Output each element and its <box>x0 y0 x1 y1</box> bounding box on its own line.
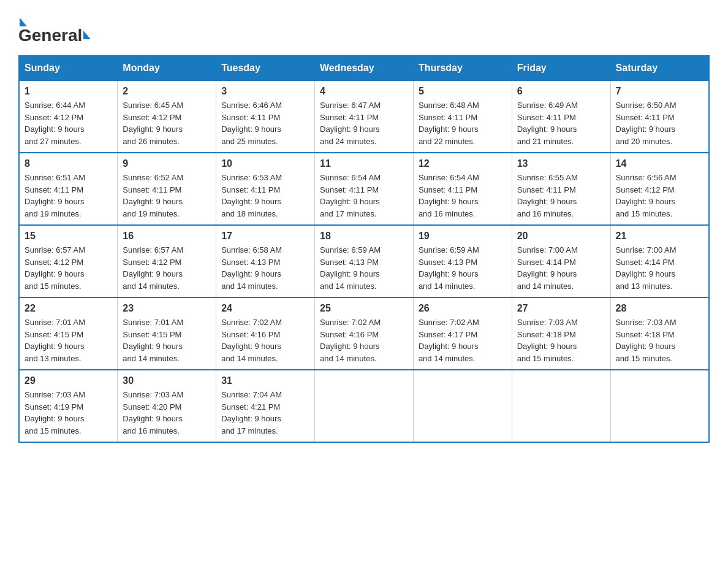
day-info: Sunrise: 7:00 AM Sunset: 4:14 PM Dayligh… <box>616 245 677 291</box>
day-info: Sunrise: 6:56 AM Sunset: 4:12 PM Dayligh… <box>616 173 677 218</box>
calendar-cell: 16 Sunrise: 6:57 AM Sunset: 4:12 PM Dayl… <box>118 225 216 297</box>
calendar-cell <box>610 370 709 442</box>
day-number: 23 <box>123 303 211 314</box>
day-number: 16 <box>123 231 211 242</box>
day-info: Sunrise: 6:51 AM Sunset: 4:11 PM Dayligh… <box>25 173 85 218</box>
weekday-header-friday: Friday <box>512 56 610 80</box>
day-info: Sunrise: 6:57 AM Sunset: 4:12 PM Dayligh… <box>25 245 85 291</box>
calendar-cell: 4 Sunrise: 6:47 AM Sunset: 4:11 PM Dayli… <box>315 80 414 153</box>
page-header: General <box>18 12 710 43</box>
day-info: Sunrise: 7:02 AM Sunset: 4:16 PM Dayligh… <box>320 318 381 363</box>
day-info: Sunrise: 6:57 AM Sunset: 4:12 PM Dayligh… <box>123 245 183 291</box>
day-info: Sunrise: 6:46 AM Sunset: 4:11 PM Dayligh… <box>221 101 282 146</box>
day-number: 14 <box>616 158 703 169</box>
calendar-cell: 31 Sunrise: 7:04 AM Sunset: 4:21 PM Dayl… <box>216 370 315 442</box>
weekday-header-row: SundayMondayTuesdayWednesdayThursdayFrid… <box>19 56 709 80</box>
day-number: 29 <box>25 375 112 386</box>
calendar-cell: 29 Sunrise: 7:03 AM Sunset: 4:19 PM Dayl… <box>19 370 118 442</box>
calendar-cell <box>315 370 414 442</box>
day-number: 4 <box>320 86 408 97</box>
day-info: Sunrise: 7:03 AM Sunset: 4:20 PM Dayligh… <box>123 390 183 435</box>
day-info: Sunrise: 6:54 AM Sunset: 4:11 PM Dayligh… <box>320 173 381 218</box>
day-info: Sunrise: 6:45 AM Sunset: 4:12 PM Dayligh… <box>123 101 183 146</box>
calendar-cell: 5 Sunrise: 6:48 AM Sunset: 4:11 PM Dayli… <box>413 80 512 153</box>
weekday-header-monday: Monday <box>118 56 216 80</box>
weekday-header-tuesday: Tuesday <box>216 56 315 80</box>
day-info: Sunrise: 6:53 AM Sunset: 4:11 PM Dayligh… <box>221 173 282 218</box>
calendar-cell: 26 Sunrise: 7:02 AM Sunset: 4:17 PM Dayl… <box>413 297 512 370</box>
day-number: 17 <box>221 231 309 242</box>
calendar-week-row: 8 Sunrise: 6:51 AM Sunset: 4:11 PM Dayli… <box>19 153 709 225</box>
day-info: Sunrise: 7:01 AM Sunset: 4:15 PM Dayligh… <box>123 318 183 363</box>
calendar-cell: 13 Sunrise: 6:55 AM Sunset: 4:11 PM Dayl… <box>512 153 610 225</box>
calendar-cell: 1 Sunrise: 6:44 AM Sunset: 4:12 PM Dayli… <box>19 80 118 153</box>
logo: General <box>18 12 91 43</box>
day-number: 24 <box>221 303 309 314</box>
calendar-table: SundayMondayTuesdayWednesdayThursdayFrid… <box>18 55 710 443</box>
day-number: 15 <box>25 231 112 242</box>
calendar-cell: 10 Sunrise: 6:53 AM Sunset: 4:11 PM Dayl… <box>216 153 315 225</box>
day-info: Sunrise: 6:59 AM Sunset: 4:13 PM Dayligh… <box>320 245 381 291</box>
weekday-header-saturday: Saturday <box>610 56 709 80</box>
calendar-cell: 8 Sunrise: 6:51 AM Sunset: 4:11 PM Dayli… <box>19 153 118 225</box>
calendar-cell: 30 Sunrise: 7:03 AM Sunset: 4:20 PM Dayl… <box>118 370 216 442</box>
calendar-cell: 3 Sunrise: 6:46 AM Sunset: 4:11 PM Dayli… <box>216 80 315 153</box>
day-number: 30 <box>123 375 211 386</box>
logo-triangle2-icon <box>83 31 91 39</box>
day-number: 7 <box>616 86 703 97</box>
day-info: Sunrise: 6:59 AM Sunset: 4:13 PM Dayligh… <box>419 245 479 291</box>
day-number: 25 <box>320 303 408 314</box>
day-info: Sunrise: 7:03 AM Sunset: 4:18 PM Dayligh… <box>616 318 677 363</box>
calendar-cell: 9 Sunrise: 6:52 AM Sunset: 4:11 PM Dayli… <box>118 153 216 225</box>
day-info: Sunrise: 6:49 AM Sunset: 4:11 PM Dayligh… <box>517 101 578 146</box>
weekday-header-wednesday: Wednesday <box>315 56 414 80</box>
day-info: Sunrise: 7:02 AM Sunset: 4:16 PM Dayligh… <box>221 318 282 363</box>
calendar-cell: 24 Sunrise: 7:02 AM Sunset: 4:16 PM Dayl… <box>216 297 315 370</box>
calendar-week-row: 1 Sunrise: 6:44 AM Sunset: 4:12 PM Dayli… <box>19 80 709 153</box>
calendar-cell: 20 Sunrise: 7:00 AM Sunset: 4:14 PM Dayl… <box>512 225 610 297</box>
day-number: 27 <box>517 303 605 314</box>
day-number: 13 <box>517 158 605 169</box>
day-number: 3 <box>221 86 309 97</box>
day-number: 1 <box>25 86 112 97</box>
day-number: 31 <box>221 375 309 386</box>
calendar-cell: 6 Sunrise: 6:49 AM Sunset: 4:11 PM Dayli… <box>512 80 610 153</box>
calendar-cell: 25 Sunrise: 7:02 AM Sunset: 4:16 PM Dayl… <box>315 297 414 370</box>
day-info: Sunrise: 6:48 AM Sunset: 4:11 PM Dayligh… <box>419 101 479 146</box>
calendar-cell: 7 Sunrise: 6:50 AM Sunset: 4:11 PM Dayli… <box>610 80 709 153</box>
day-number: 11 <box>320 158 408 169</box>
day-info: Sunrise: 7:00 AM Sunset: 4:14 PM Dayligh… <box>517 245 578 291</box>
calendar-cell: 14 Sunrise: 6:56 AM Sunset: 4:12 PM Dayl… <box>610 153 709 225</box>
day-info: Sunrise: 7:01 AM Sunset: 4:15 PM Dayligh… <box>25 318 85 363</box>
day-number: 5 <box>419 86 507 97</box>
day-number: 12 <box>419 158 507 169</box>
weekday-header-sunday: Sunday <box>19 56 118 80</box>
logo-general2: General <box>18 26 82 45</box>
calendar-cell: 18 Sunrise: 6:59 AM Sunset: 4:13 PM Dayl… <box>315 225 414 297</box>
calendar-week-row: 22 Sunrise: 7:01 AM Sunset: 4:15 PM Dayl… <box>19 297 709 370</box>
calendar-cell: 19 Sunrise: 6:59 AM Sunset: 4:13 PM Dayl… <box>413 225 512 297</box>
day-number: 20 <box>517 231 605 242</box>
weekday-header-thursday: Thursday <box>413 56 512 80</box>
day-info: Sunrise: 6:47 AM Sunset: 4:11 PM Dayligh… <box>320 101 381 146</box>
day-info: Sunrise: 6:54 AM Sunset: 4:11 PM Dayligh… <box>419 173 479 218</box>
day-number: 6 <box>517 86 605 97</box>
day-info: Sunrise: 6:52 AM Sunset: 4:11 PM Dayligh… <box>123 173 183 218</box>
calendar-cell: 21 Sunrise: 7:00 AM Sunset: 4:14 PM Dayl… <box>610 225 709 297</box>
calendar-cell: 15 Sunrise: 6:57 AM Sunset: 4:12 PM Dayl… <box>19 225 118 297</box>
day-info: Sunrise: 7:04 AM Sunset: 4:21 PM Dayligh… <box>221 390 282 435</box>
day-info: Sunrise: 6:44 AM Sunset: 4:12 PM Dayligh… <box>25 101 85 146</box>
day-number: 9 <box>123 158 211 169</box>
day-number: 28 <box>616 303 703 314</box>
calendar-cell: 27 Sunrise: 7:03 AM Sunset: 4:18 PM Dayl… <box>512 297 610 370</box>
calendar-body: 1 Sunrise: 6:44 AM Sunset: 4:12 PM Dayli… <box>19 80 709 442</box>
calendar-cell <box>413 370 512 442</box>
calendar-cell <box>512 370 610 442</box>
day-number: 2 <box>123 86 211 97</box>
calendar-cell: 17 Sunrise: 6:58 AM Sunset: 4:13 PM Dayl… <box>216 225 315 297</box>
day-info: Sunrise: 6:58 AM Sunset: 4:13 PM Dayligh… <box>221 245 282 291</box>
calendar-cell: 22 Sunrise: 7:01 AM Sunset: 4:15 PM Dayl… <box>19 297 118 370</box>
day-info: Sunrise: 7:03 AM Sunset: 4:19 PM Dayligh… <box>25 390 85 435</box>
day-info: Sunrise: 6:50 AM Sunset: 4:11 PM Dayligh… <box>616 101 677 146</box>
logo-triangle-icon <box>20 18 27 26</box>
